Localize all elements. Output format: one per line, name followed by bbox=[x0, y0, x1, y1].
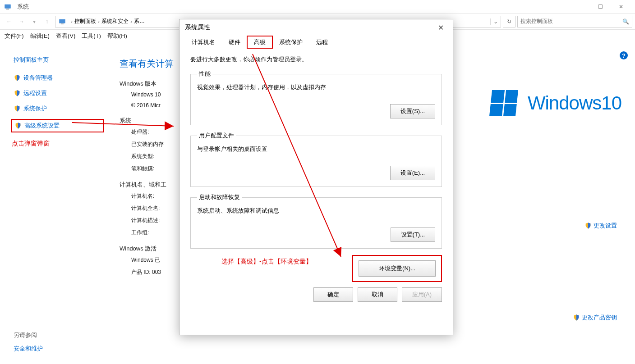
menu-edit[interactable]: 编辑(E) bbox=[30, 32, 50, 40]
breadcrumb-item[interactable]: 控制面板 bbox=[74, 18, 96, 25]
tab-advanced[interactable]: 高级 bbox=[247, 36, 272, 48]
sidebar-item-protection[interactable]: 系统保护 bbox=[14, 104, 104, 114]
link-change-settings[interactable]: 更改设置 bbox=[584, 222, 617, 230]
shield-icon bbox=[14, 122, 22, 129]
breadcrumb-item[interactable]: 系统和安全 bbox=[101, 18, 129, 25]
close-button[interactable]: ✕ bbox=[611, 0, 631, 14]
perf-settings-button[interactable]: 设置(S)... bbox=[390, 104, 435, 118]
search-icon: 🔍 bbox=[622, 18, 629, 25]
svg-rect-2 bbox=[59, 19, 65, 23]
up-button[interactable]: ↑ bbox=[41, 15, 53, 28]
windows-brand: Windows10 bbox=[491, 90, 621, 116]
back-button[interactable]: ← bbox=[3, 15, 15, 28]
shield-icon bbox=[14, 74, 21, 82]
search-placeholder: 搜索控制面板 bbox=[520, 18, 553, 25]
dialog-footer: 确定 取消 应用(A) bbox=[179, 287, 453, 310]
see-also: 另请参阅 安全和维护 bbox=[14, 331, 43, 353]
sidebar-title[interactable]: 控制面板主页 bbox=[14, 56, 104, 64]
sidebar: 控制面板主页 设备管理器 远程设置 系统保护 高级系统设置 点击弹窗弹窗 bbox=[14, 56, 104, 148]
link-change-product-key[interactable]: 更改产品密钥 bbox=[573, 314, 617, 322]
svg-rect-0 bbox=[5, 4, 11, 8]
annotation-sidebar: 点击弹窗弹窗 bbox=[12, 140, 104, 148]
shield-icon bbox=[14, 105, 21, 112]
menu-help[interactable]: 帮助(H) bbox=[107, 32, 127, 40]
breadcrumb[interactable]: › 控制面板 › 系统和安全 › 系… bbox=[69, 18, 145, 25]
shield-icon bbox=[584, 222, 592, 229]
menu-file[interactable]: 文件(F) bbox=[5, 32, 24, 40]
address-dropdown[interactable]: ⌄ bbox=[490, 18, 498, 25]
fieldset-startup: 启动和故障恢复 系统启动、系统故障和调试信息 设置(T)... bbox=[190, 193, 442, 249]
refresh-button[interactable]: ↻ bbox=[503, 16, 515, 27]
see-also-link[interactable]: 安全和维护 bbox=[14, 345, 43, 353]
maximize-button[interactable]: ☐ bbox=[590, 0, 611, 14]
windows-logo-icon bbox=[489, 90, 518, 116]
dialog-note: 要进行大多数更改，你必须作为管理员登录。 bbox=[190, 55, 442, 64]
tab-hardware[interactable]: 硬件 bbox=[222, 36, 247, 48]
cancel-button[interactable]: 取消 bbox=[358, 287, 397, 302]
fieldset-performance: 性能 视觉效果，处理器计划，内存使用，以及虚拟内存 设置(S)... bbox=[190, 70, 442, 125]
system-properties-dialog: 系统属性 ✕ 计算机名 硬件 高级 系统保护 远程 要进行大多数更改，你必须作为… bbox=[179, 19, 453, 335]
dialog-tabs: 计算机名 硬件 高级 系统保护 远程 bbox=[179, 36, 453, 48]
window-title: 系统 bbox=[17, 3, 29, 11]
startup-settings-button[interactable]: 设置(T)... bbox=[391, 228, 435, 242]
tab-protection[interactable]: 系统保护 bbox=[272, 36, 309, 48]
profile-settings-button[interactable]: 设置(E)... bbox=[390, 166, 435, 180]
system-icon bbox=[4, 3, 12, 11]
svg-rect-3 bbox=[61, 23, 64, 24]
env-var-highlight: 环境变量(N)... bbox=[352, 255, 442, 282]
recent-dropdown[interactable]: ▾ bbox=[28, 15, 41, 28]
menu-tools[interactable]: 工具(T) bbox=[82, 32, 101, 40]
dialog-title: 系统属性 bbox=[185, 23, 210, 32]
tab-remote[interactable]: 远程 bbox=[309, 36, 335, 48]
annotation-dialog: 选择【高级】-点击【环境变量】 bbox=[221, 258, 312, 266]
svg-rect-1 bbox=[6, 9, 9, 9]
sidebar-item-device-manager[interactable]: 设备管理器 bbox=[14, 73, 104, 83]
env-variables-button[interactable]: 环境变量(N)... bbox=[359, 260, 436, 277]
apply-button[interactable]: 应用(A) bbox=[402, 287, 442, 302]
shield-icon bbox=[14, 90, 21, 97]
window-titlebar: 系统 — ☐ ✕ bbox=[0, 0, 635, 14]
tab-computer-name[interactable]: 计算机名 bbox=[185, 36, 222, 48]
monitor-icon bbox=[58, 18, 66, 26]
forward-button[interactable]: → bbox=[15, 15, 28, 28]
sidebar-item-advanced[interactable]: 高级系统设置 bbox=[11, 119, 104, 132]
menu-view[interactable]: 查看(V) bbox=[56, 32, 75, 40]
search-input[interactable]: 搜索控制面板 🔍 bbox=[517, 16, 632, 27]
sidebar-item-remote[interactable]: 远程设置 bbox=[14, 88, 104, 98]
shield-icon bbox=[573, 314, 580, 321]
ok-button[interactable]: 确定 bbox=[313, 287, 353, 302]
fieldset-profile: 用户配置文件 与登录帐户相关的桌面设置 设置(E)... bbox=[190, 132, 442, 187]
breadcrumb-item[interactable]: 系… bbox=[134, 18, 145, 25]
minimize-button[interactable]: — bbox=[569, 0, 590, 14]
dialog-titlebar: 系统属性 ✕ bbox=[179, 19, 453, 36]
dialog-close-button[interactable]: ✕ bbox=[434, 23, 447, 32]
